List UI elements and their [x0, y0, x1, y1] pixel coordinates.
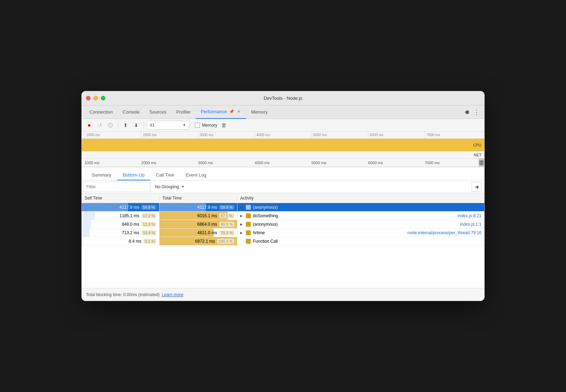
dropdown-icon: ▼: [183, 123, 186, 127]
clear-button[interactable]: 🗑: [221, 122, 227, 128]
tick-5000: 5000 ms: [311, 132, 368, 138]
table-row[interactable]: 848.0 ms 12.3 % 6864.0 ms 99.9 % ▶ (anon…: [82, 220, 484, 229]
minimize-button[interactable]: [93, 96, 98, 100]
expand-icon-2[interactable]: ▶: [240, 223, 244, 226]
tab-bottom-up[interactable]: Bottom-Up: [117, 170, 150, 180]
tick-2000: 2000 ms: [141, 132, 198, 138]
table-header: Self Time Total Time Activity: [82, 193, 484, 203]
tab-call-tree[interactable]: Call Tree: [150, 170, 180, 180]
memory-checkbox[interactable]: [195, 123, 200, 128]
btick-1000: 1000 ms: [85, 161, 141, 165]
cell-activity-2: ▶ (anonymous) index.js:1:1: [237, 220, 484, 228]
activity-name-3: hrtime: [253, 230, 265, 235]
cell-activity-4: ▶ Function Call: [237, 237, 484, 245]
cell-activity-1: ▶ doSomething index.js:8:21: [237, 212, 484, 220]
total-time-2: 6864.0 ms 99.9 %: [162, 222, 234, 227]
status-bar: Total blocking time: 0.00ms (estimated) …: [82, 288, 484, 301]
tick-1000: 1000 ms: [85, 132, 141, 138]
activity-link-3[interactable]: node:internal/process/per_thread:79:16: [408, 230, 481, 235]
tick-3000: 3000 ms: [198, 132, 255, 138]
tick-7000: 7000 ms: [425, 132, 481, 138]
ruler-bottom-ticks: 1000 ms 2000 ms 3000 ms 4000 ms 5000 ms …: [85, 161, 481, 165]
tab-performance-close[interactable]: ✕: [236, 109, 241, 114]
timeline-ruler-top: 1000 ms 2000 ms 3000 ms 4000 ms 5000 ms …: [82, 132, 484, 139]
tab-sources[interactable]: Sources: [144, 105, 171, 119]
learn-more-link[interactable]: Learn more: [162, 292, 183, 297]
cell-total-3: 4831.0 ms 70.3 %: [160, 229, 237, 237]
btick-5000: 5000 ms: [311, 161, 368, 165]
tab-event-log[interactable]: Event Log: [180, 170, 212, 180]
cpu-bar: CPU: [82, 139, 484, 151]
window-title: DevTools - Node.js: [264, 96, 302, 101]
total-time-0: 4117.8 ms 59.9 %: [162, 205, 234, 210]
expand-icon-1[interactable]: ▶: [240, 214, 244, 218]
btick-2000: 2000 ms: [141, 161, 198, 165]
activity-link-1[interactable]: index.js:8:21: [458, 213, 481, 218]
net-bar: NET: [82, 151, 484, 158]
tab-connection-label: Connection: [89, 109, 113, 115]
cell-self-3: 713.2 ms 10.4 %: [82, 229, 160, 237]
total-time-3: 4831.0 ms 70.3 %: [162, 230, 234, 235]
expand-icon-4: ▶: [240, 240, 244, 243]
activity-name-4: Function Call: [253, 239, 278, 244]
activity-name-1: doSomething: [253, 213, 278, 218]
reload-button[interactable]: ↺: [95, 121, 104, 130]
timeline-ruler-bottom: 1000 ms 2000 ms 3000 ms 4000 ms 5000 ms …: [82, 158, 484, 167]
table-row[interactable]: 713.2 ms 10.4 % 4831.0 ms 70.3 % ▶ hrtim…: [82, 229, 484, 237]
activity-icon-3: [246, 230, 251, 235]
profile-selector[interactable]: #1 ▼: [147, 121, 189, 130]
table-row[interactable]: 1185.1 ms 17.2 % 6016.1 ms 87.5 % ▶ doSo…: [82, 212, 484, 220]
filter-input[interactable]: [83, 182, 150, 192]
self-time-1: 1185.1 ms 17.2 %: [85, 213, 156, 218]
expand-icon-3[interactable]: ▶: [240, 231, 244, 235]
record-button[interactable]: ●: [85, 121, 94, 130]
tab-connection[interactable]: Connection: [85, 105, 118, 119]
tab-profiler[interactable]: Profiler: [171, 105, 196, 119]
cell-self-4: 8.4 ms 0.1 %: [82, 237, 160, 245]
tick-6000: 6000 ms: [368, 132, 424, 138]
table-row[interactable]: 8.4 ms 0.1 % 6872.1 ms 100.0 % ▶ Functio…: [82, 237, 484, 246]
btick-6000: 6000 ms: [368, 161, 424, 165]
btick-3000: 3000 ms: [198, 161, 255, 165]
tab-console[interactable]: Console: [118, 105, 145, 119]
tab-performance-label: Performance: [201, 109, 227, 114]
close-button[interactable]: [86, 96, 91, 100]
upload-button[interactable]: ⬆: [121, 121, 130, 130]
ruler-ticks: 1000 ms 2000 ms 3000 ms 4000 ms 5000 ms …: [85, 132, 481, 138]
more-button[interactable]: ⋮: [473, 108, 480, 116]
activity-icon-2: [246, 222, 251, 227]
nav-tabs-bar: Connection Console Sources Profiler Perf…: [82, 105, 484, 119]
expand-icon-0[interactable]: ▶: [240, 206, 244, 209]
btick-4000: 4000 ms: [255, 161, 311, 165]
collapse-panel-button[interactable]: ◀: [472, 182, 481, 192]
self-time-2: 848.0 ms 12.3 %: [85, 222, 156, 227]
tab-performance[interactable]: Performance 📌 ✕: [196, 105, 246, 119]
self-time-3: 713.2 ms 10.4 %: [85, 230, 156, 235]
settings-button[interactable]: [463, 109, 469, 115]
activity-name-2: (anonymous): [253, 222, 278, 227]
table-row[interactable]: 4117.8 ms 59.9 % 4117.8 ms 59.9 % ▶ (ano…: [82, 203, 484, 212]
data-table: Self Time Total Time Activity 4117.8 ms …: [82, 193, 484, 288]
filter-bar: No Grouping ▼ ◀: [82, 180, 484, 193]
tab-memory[interactable]: Memory: [246, 105, 273, 119]
toolbar: ● ↺ ⬆ ⬇ #1 ▼ Memory 🗑: [82, 119, 484, 132]
activity-icon-4: [246, 239, 251, 244]
tab-memory-label: Memory: [251, 109, 268, 115]
tab-summary[interactable]: Summary: [86, 170, 117, 180]
download-button[interactable]: ⬇: [132, 121, 141, 130]
total-time-1: 6016.1 ms 87.5 %: [162, 213, 234, 218]
cell-total-4: 6872.1 ms 100.0 %: [160, 237, 237, 245]
pin-icon: 📌: [229, 109, 234, 114]
tab-console-label: Console: [123, 109, 140, 115]
header-activity: Activity: [237, 196, 484, 201]
grouping-select[interactable]: No Grouping ▼: [150, 182, 189, 192]
stop-button[interactable]: [106, 121, 115, 130]
activity-link-2[interactable]: index.js:1:1: [460, 222, 481, 227]
titlebar: DevTools - Node.js: [82, 91, 484, 105]
svg-line-1: [109, 124, 111, 126]
tick-4000: 4000 ms: [255, 132, 311, 138]
activity-name-0: (anonymous): [253, 205, 278, 210]
empty-space: [82, 246, 484, 288]
maximize-button[interactable]: [101, 96, 105, 100]
cell-total-1: 6016.1 ms 87.5 %: [160, 212, 237, 220]
